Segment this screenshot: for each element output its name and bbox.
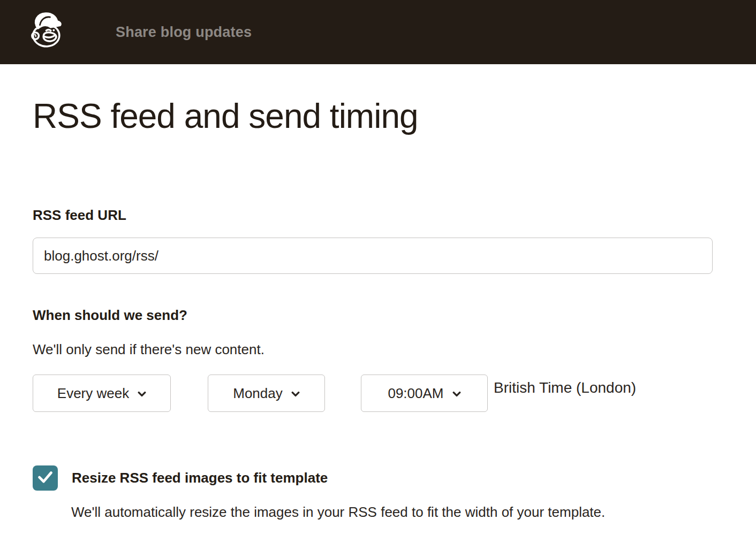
app-header: Share blog updates [0, 0, 756, 64]
rss-feed-url-input[interactable] [33, 238, 713, 274]
time-select[interactable]: 09:00AM [361, 375, 488, 412]
mailchimp-freddie-logo-icon [27, 10, 64, 54]
resize-option-row: Resize RSS feed images to fit template [33, 465, 723, 491]
resize-images-label: Resize RSS feed images to fit template [72, 470, 328, 486]
send-schedule-heading: When should we send? [33, 307, 723, 324]
chevron-down-icon [452, 391, 461, 397]
header-title: Share blog updates [116, 24, 252, 41]
chevron-down-icon [291, 391, 300, 397]
schedule-selects-row: Every week Monday 09:00AM British Time (… [33, 375, 723, 412]
checkmark-icon [37, 471, 53, 485]
page-title: RSS feed and send timing [33, 96, 723, 136]
rss-feed-url-label: RSS feed URL [33, 207, 723, 223]
chevron-down-icon [138, 391, 146, 397]
day-select-value: Monday [233, 385, 283, 402]
resize-images-checkbox[interactable] [33, 465, 58, 491]
time-select-value: 09:00AM [388, 385, 443, 402]
frequency-select[interactable]: Every week [33, 375, 171, 412]
frequency-select-value: Every week [57, 385, 129, 402]
timezone-label: British Time (London) [494, 379, 636, 397]
day-select[interactable]: Monday [208, 375, 325, 412]
resize-images-description: We'll automatically resize the images in… [33, 503, 723, 521]
main-content: RSS feed and send timing RSS feed URL Wh… [0, 96, 756, 521]
send-schedule-note: We'll only send if there's new content. [33, 341, 723, 358]
